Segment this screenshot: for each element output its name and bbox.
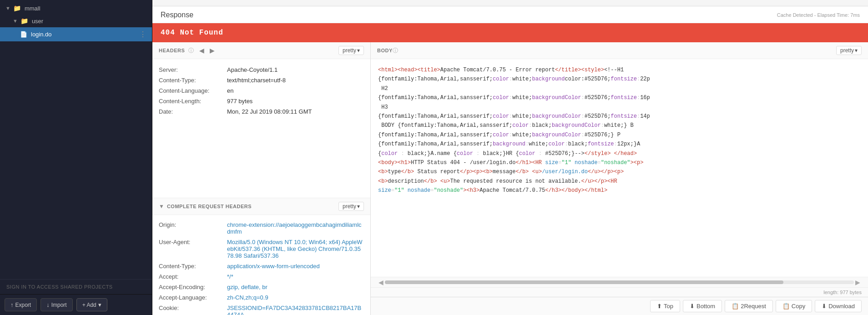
top-button[interactable]: ⬆ Top xyxy=(650,300,680,312)
header-key: Accept-Encoding: xyxy=(159,284,227,290)
header-value: text/html;charset=utf-8 xyxy=(227,77,364,84)
header-row-server: Server: Apache-Coyote/1.1 xyxy=(159,65,364,75)
header-value: 977 bytes xyxy=(227,98,364,105)
header-key: Accept: xyxy=(159,273,227,280)
next-arrow[interactable]: ▶ xyxy=(208,46,217,55)
header-key: Origin: xyxy=(159,221,227,235)
header-row-content-type: Content-Type: text/html;charset=utf-8 xyxy=(159,75,364,85)
header-key: Date: xyxy=(159,108,227,115)
import-icon: ↓ xyxy=(46,301,50,308)
download-icon: ⬇ xyxy=(822,303,827,310)
response-title: Response xyxy=(161,11,193,19)
export-icon: ↑ xyxy=(10,301,14,308)
header-row-content-length: Content-Length: 977 bytes xyxy=(159,96,364,106)
response-header: Response Cache Detected - Elapsed Time: … xyxy=(152,6,868,23)
body-bottom: length: 977 bytes xyxy=(371,287,868,297)
pretty-select[interactable]: pretty ▾ xyxy=(338,46,364,55)
chevron-down-icon: ▼ xyxy=(159,203,164,210)
pretty-select-body[interactable]: pretty ▾ xyxy=(836,46,862,55)
cache-info: Cache Detected - Elapsed Time: 7ms xyxy=(777,12,860,18)
nav-arrows: ◀ ▶ xyxy=(197,46,217,55)
sidebar: ▼ 📁 mmall ▼ 📁 user 📄 login.do ⋮ SIGN IN … xyxy=(0,0,152,315)
req-header-origin: Origin: chrome-extension://aejoelaoggemb… xyxy=(159,220,364,237)
header-key: Accept-Language: xyxy=(159,294,227,301)
status-code: 404 Not Found xyxy=(161,29,223,37)
request-button[interactable]: 📋 2Request xyxy=(725,300,773,312)
import-button[interactable]: ↓ Import xyxy=(40,298,73,311)
req-header-user-agent: User-Agent: Mozilla/5.0 (Windows NT 10.0… xyxy=(159,237,364,261)
status-bar: 404 Not Found xyxy=(152,23,868,42)
headers-table: Server: Apache-Coyote/1.1 Content-Type: … xyxy=(152,59,370,198)
add-button[interactable]: + Add ▾ xyxy=(76,298,107,311)
response-panel: Response Cache Detected - Elapsed Time: … xyxy=(152,6,868,315)
bottom-button[interactable]: ⬇ Bottom xyxy=(683,300,722,312)
info-icon[interactable]: ⓘ xyxy=(393,47,398,55)
scroll-track[interactable] xyxy=(385,280,854,284)
complete-headers-label: COMPLETE REQUEST HEADERS xyxy=(167,204,252,209)
body-content: <html><head><title>Apache Tomcat/7.0.75 … xyxy=(371,59,868,277)
body-label: BODY xyxy=(377,48,393,53)
copy-button[interactable]: 📋 Copy xyxy=(776,300,812,312)
folder-icon: 📁 xyxy=(13,5,21,12)
horizontal-scrollbar: ◀ ▶ xyxy=(371,277,868,287)
sidebar-item-label: user xyxy=(32,18,43,25)
req-header-accept-lang: Accept-Language: zh-CN,zh;q=0.9 xyxy=(159,292,364,303)
sidebar-item-user[interactable]: ▼ 📁 user xyxy=(0,15,152,27)
sign-in-notice: SIGN IN TO ACCESS SHARED PROJECTS xyxy=(0,279,152,294)
main-content: Response Cache Detected - Elapsed Time: … xyxy=(152,0,868,315)
scroll-left-arrow[interactable]: ◀ xyxy=(377,279,385,286)
header-key: Content-Type: xyxy=(159,263,227,270)
req-header-content-type: Content-Type: application/x-www-form-url… xyxy=(159,261,364,271)
action-buttons: ⬆ Top ⬇ Bottom 📋 2Request 📋 Copy xyxy=(371,297,868,315)
header-value: gzip, deflate, br xyxy=(227,284,364,290)
chevron-down-icon: ▾ xyxy=(855,47,858,54)
header-row-date: Date: Mon, 22 Jul 2019 08:09:11 GMT xyxy=(159,106,364,117)
sidebar-tree: ▼ 📁 mmall ▼ 📁 user 📄 login.do ⋮ xyxy=(0,0,152,279)
folder-icon: 📁 xyxy=(20,17,28,25)
chevron-down-icon: ▾ xyxy=(98,301,101,308)
header-value: Apache-Coyote/1.1 xyxy=(227,66,364,73)
header-value: application/x-www-form-urlencoded xyxy=(227,263,364,270)
header-value: */* xyxy=(227,273,364,280)
chevron-down-icon: ▾ xyxy=(357,47,360,54)
copy-icon: 📋 xyxy=(782,303,790,310)
header-key: User-Agent: xyxy=(159,239,227,259)
body-toolbar: BODY ⓘ pretty ▾ xyxy=(371,42,868,59)
top-icon: ⬆ xyxy=(657,303,662,310)
sidebar-item-login[interactable]: 📄 login.do ⋮ xyxy=(0,27,152,41)
arrow-icon: ▼ xyxy=(5,5,10,11)
download-button[interactable]: ⬇ Download xyxy=(815,300,862,312)
headers-panel: HEADERS ⓘ ◀ ▶ pretty ▾ Server: Apache-Co… xyxy=(152,42,371,315)
arrow-icon: ▼ xyxy=(13,18,18,24)
header-value: chrome-extension://aejoelaoggembcahagimd… xyxy=(227,221,364,235)
header-key: Content-Length: xyxy=(159,98,227,105)
header-row-content-lang: Content-Language: en xyxy=(159,85,364,96)
sidebar-item-label: mmall xyxy=(25,5,40,12)
req-header-accept: Accept: */* xyxy=(159,271,364,282)
response-body: HEADERS ⓘ ◀ ▶ pretty ▾ Server: Apache-Co… xyxy=(152,42,868,315)
complete-request-headers: ▼ COMPLETE REQUEST HEADERS pretty ▾ Orig… xyxy=(152,198,370,315)
scroll-thumb xyxy=(385,280,783,284)
header-value: JSESSIONID=FA7DC3A342833781CB8217BA17B44… xyxy=(227,305,364,315)
header-value: Mon, 22 Jul 2019 08:09:11 GMT xyxy=(227,108,364,115)
file-icon: 📄 xyxy=(20,31,27,38)
header-value: Mozilla/5.0 (Windows NT 10.0; Win64; x64… xyxy=(227,239,364,259)
scroll-right-arrow[interactable]: ▶ xyxy=(854,279,862,286)
sidebar-item-mmall[interactable]: ▼ 📁 mmall xyxy=(0,2,152,15)
chevron-down-icon: ▾ xyxy=(357,203,360,210)
more-icon[interactable]: ⋮ xyxy=(139,30,146,39)
header-key: Content-Language: xyxy=(159,87,227,94)
export-button[interactable]: ↑ Export xyxy=(5,298,37,311)
req-header-accept-encoding: Accept-Encoding: gzip, deflate, br xyxy=(159,282,364,292)
body-panel: BODY ⓘ pretty ▾ <html><head><title>Apach… xyxy=(371,42,868,315)
sidebar-bottom-bar: ↑ Export ↓ Import + Add ▾ xyxy=(0,294,152,315)
top-strip xyxy=(152,0,868,6)
info-icon[interactable]: ⓘ xyxy=(188,47,194,55)
header-key: Server: xyxy=(159,66,227,73)
complete-headers-content: Origin: chrome-extension://aejoelaoggemb… xyxy=(152,215,370,315)
prev-arrow[interactable]: ◀ xyxy=(197,46,206,55)
request-icon: 📋 xyxy=(732,303,739,310)
bottom-icon: ⬇ xyxy=(690,303,695,310)
header-value: zh-CN,zh;q=0.9 xyxy=(227,294,364,301)
pretty-select-request[interactable]: pretty ▾ xyxy=(338,202,364,211)
